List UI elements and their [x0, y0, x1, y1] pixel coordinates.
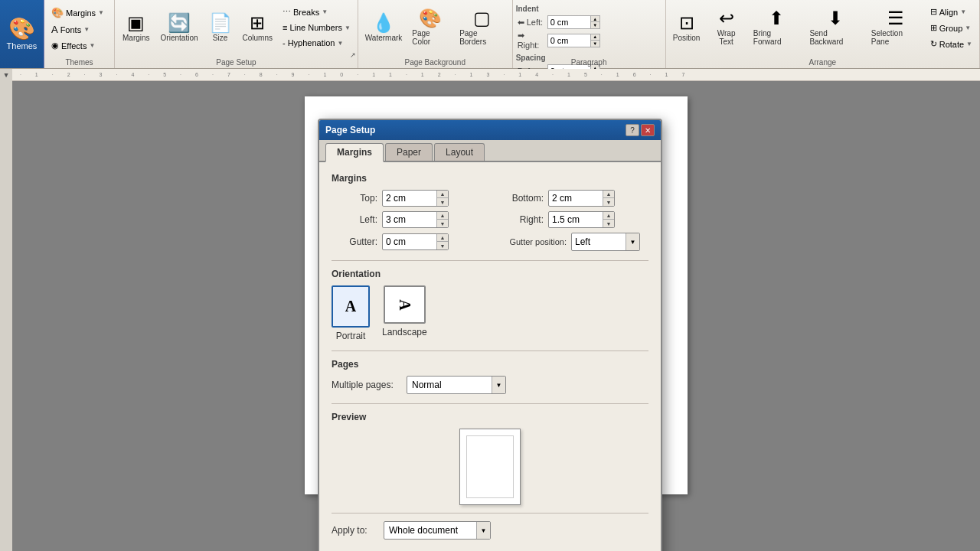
- top-label: Top:: [332, 193, 377, 204]
- multiple-pages-select[interactable]: Normal Mirror margins 2 pages per sheet …: [407, 378, 492, 392]
- size-btn[interactable]: 📄 Size: [204, 3, 237, 52]
- right-label: Right:: [498, 214, 544, 225]
- top-input[interactable]: ▲ ▼: [382, 190, 449, 207]
- landscape-option[interactable]: A Landscape: [382, 285, 427, 341]
- indent-left-down[interactable]: ▼: [590, 22, 599, 28]
- indent-left-field[interactable]: [548, 17, 590, 28]
- left-down[interactable]: ▼: [437, 220, 448, 227]
- gutter-pos-dropdown-arrow[interactable]: ▼: [626, 233, 639, 250]
- left-up[interactable]: ▲: [437, 212, 448, 220]
- left-input[interactable]: ▲ ▼: [382, 211, 449, 228]
- rotate-label: Rotate: [939, 40, 964, 49]
- pages-title: Pages: [332, 359, 648, 370]
- apply-to-dropdown[interactable]: Whole document This point forward ▼: [384, 521, 491, 540]
- rotate-icon: ↻: [930, 39, 937, 49]
- indent-left-input[interactable]: ▲ ▼: [547, 15, 600, 29]
- colors-dropdown-arrow: ▼: [98, 9, 104, 16]
- top-up[interactable]: ▲: [437, 191, 448, 198]
- hyphenation-icon: -: [283, 38, 286, 47]
- margins-icon: ▣: [127, 14, 145, 32]
- effects-btn[interactable]: ◉ Effects ▼: [47, 38, 108, 53]
- margins-form-grid: Top: ▲ ▼ Bottom: ▲ ▼: [332, 190, 648, 251]
- gutter-field[interactable]: [383, 235, 436, 249]
- align-label: Align: [939, 8, 958, 17]
- orientation-btn[interactable]: 🔄 Orientation: [156, 3, 203, 52]
- page-setup-expand[interactable]: ↗: [350, 51, 356, 59]
- apply-label: Apply to:: [332, 525, 377, 536]
- left-row: Left: ▲ ▼: [332, 211, 482, 228]
- apply-to-arrow[interactable]: ▼: [476, 522, 490, 539]
- bottom-up[interactable]: ▲: [603, 191, 614, 198]
- selection-pane-btn[interactable]: ☰ Selection Pane: [867, 3, 925, 52]
- right-up[interactable]: ▲: [603, 212, 614, 220]
- bottom-field[interactable]: [549, 191, 603, 205]
- right-input[interactable]: ▲ ▼: [548, 211, 615, 228]
- multiple-pages-arrow[interactable]: ▼: [492, 377, 505, 393]
- hyphenation-btn[interactable]: - Hyphenation ▼: [279, 36, 354, 50]
- apply-to-select[interactable]: Whole document This point forward: [384, 523, 476, 537]
- tab-paper[interactable]: Paper: [385, 143, 433, 161]
- position-icon: ⊡: [679, 14, 694, 32]
- indent-right-input[interactable]: ▲ ▼: [547, 34, 600, 47]
- colors-btn[interactable]: 🎨 Margins ▼: [47, 5, 108, 21]
- fonts-btn[interactable]: A Fonts ▼: [47, 21, 108, 37]
- pages-row: Multiple pages: Normal Mirror margins 2 …: [332, 376, 648, 394]
- left-field[interactable]: [383, 213, 436, 227]
- bottom-row: Bottom: ▲ ▼: [498, 190, 648, 207]
- fonts-label: Fonts: [60, 25, 82, 34]
- colors-fonts-group: 🎨 Margins ▼ A Fonts ▼ ◉ Effects ▼ Themes: [44, 0, 115, 68]
- right-field[interactable]: [549, 213, 603, 227]
- indent-left-row: ⬅ Left: ▲ ▼: [516, 15, 602, 30]
- group-label: Group: [939, 24, 963, 33]
- group-btn[interactable]: ⊞ Group ▼: [926, 21, 976, 35]
- rotate-btn[interactable]: ↻ Rotate ▼: [926, 37, 976, 51]
- portrait-option[interactable]: A Portrait: [332, 285, 370, 341]
- orientation-btn-label: Orientation: [161, 34, 198, 42]
- line-numbers-label: Line Numbers: [289, 23, 341, 32]
- tab-margins[interactable]: Margins: [325, 143, 384, 162]
- position-btn[interactable]: ⊡ Position: [669, 3, 704, 52]
- paragraph-group: Indent ⬅ Left: ▲ ▼ ➡ Right: ▲ ▼ Spacing: [513, 0, 666, 68]
- wrap-text-btn[interactable]: ↩ Wrap Text: [705, 3, 746, 52]
- colors-label: Margins: [66, 8, 96, 18]
- gutter-pos-select[interactable]: Left Top Right: [572, 235, 626, 249]
- line-numbers-btn[interactable]: ≡ Line Numbers ▼: [279, 21, 354, 34]
- page-color-btn[interactable]: 🎨 Page Color: [407, 3, 453, 52]
- indent-right-down[interactable]: ▼: [590, 41, 599, 47]
- top-down[interactable]: ▼: [437, 198, 448, 206]
- dialog-controls: ? ✕: [626, 124, 655, 136]
- dialog-close-btn[interactable]: ✕: [641, 124, 655, 136]
- effects-dropdown-arrow: ▼: [89, 42, 95, 49]
- right-down[interactable]: ▼: [603, 220, 614, 227]
- send-backward-btn[interactable]: ⬇ Send Backward: [805, 3, 864, 52]
- send-backward-icon: ⬇: [828, 9, 843, 28]
- gutter-input[interactable]: ▲ ▼: [382, 233, 449, 250]
- breaks-btn[interactable]: ⋯ Breaks ▼: [279, 5, 354, 19]
- gutter-arrows: ▲ ▼: [436, 234, 448, 249]
- indent-left-up[interactable]: ▲: [590, 16, 599, 22]
- bottom-input[interactable]: ▲ ▼: [548, 190, 615, 207]
- gutter-pos-input[interactable]: Left Top Right ▼: [571, 233, 640, 251]
- effects-label: Effects: [61, 41, 87, 51]
- tab-layout[interactable]: Layout: [434, 143, 485, 161]
- indent-right-field[interactable]: [548, 35, 590, 46]
- columns-btn[interactable]: ⊞ Columns: [238, 3, 277, 52]
- bottom-label: Bottom:: [498, 193, 544, 204]
- watermark-btn[interactable]: 💧 Watermark: [361, 3, 406, 52]
- bottom-down[interactable]: ▼: [603, 198, 614, 206]
- page-setup-group: ▣ Margins 🔄 Orientation 📄 Size ⊞ Columns…: [115, 0, 358, 68]
- gutter-down[interactable]: ▼: [437, 242, 448, 249]
- top-arrows: ▲ ▼: [436, 191, 448, 206]
- multiple-pages-dropdown[interactable]: Normal Mirror margins 2 pages per sheet …: [407, 376, 506, 394]
- selection-pane-label: Selection Pane: [871, 29, 920, 46]
- gutter-up[interactable]: ▲: [437, 234, 448, 242]
- margins-btn[interactable]: ▣ Margins: [118, 3, 155, 52]
- page-borders-btn[interactable]: ▢ Page Borders: [455, 3, 509, 52]
- top-field[interactable]: [383, 191, 436, 205]
- indent-right-up[interactable]: ▲: [590, 34, 599, 41]
- bring-forward-btn[interactable]: ⬆ Bring Forward: [749, 3, 804, 52]
- dialog-help-btn[interactable]: ?: [626, 124, 639, 136]
- themes-section[interactable]: 🎨 Themes: [0, 0, 44, 68]
- align-btn[interactable]: ⊟ Align ▼: [926, 5, 976, 19]
- top-row: Top: ▲ ▼: [332, 190, 482, 207]
